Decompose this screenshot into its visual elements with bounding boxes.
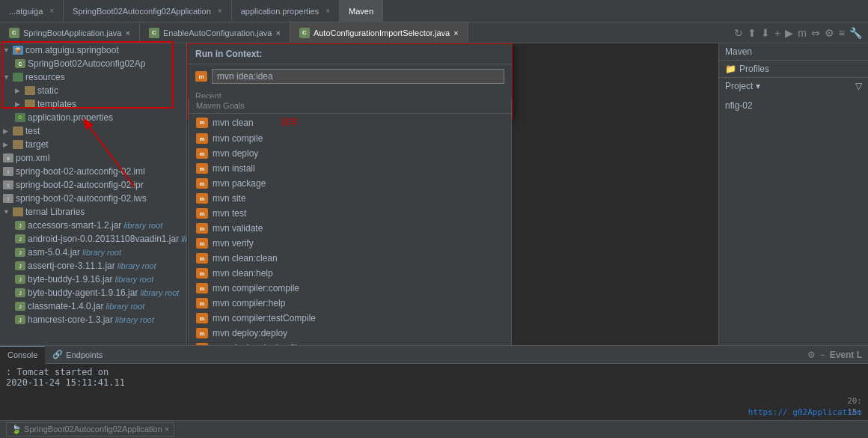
sidebar-item-byte-buddy[interactable]: J byte-buddy-1.9.16.jar library root [0,273,186,286]
goal-item-deploy-deploy[interactable]: m mvn deploy:deploy [189,326,511,341]
goal-item-compile[interactable]: m mvn compile [189,131,511,146]
goal-item-clean[interactable]: m mvn clean 回车 [189,114,511,131]
sidebar-item-asm[interactable]: J asm-5.0.4.jar library root [0,246,186,259]
console-url: https:// g02Application [748,407,868,417]
tab-enable-auto[interactable]: C EnableAutoConfiguration.java × [140,22,290,43]
settings-icon[interactable]: ⚙ [807,350,816,360]
sidebar-item-iws[interactable]: i spring-boot-02-autoconfig-02.iws [0,192,186,205]
add-icon[interactable]: + [774,27,780,39]
library-label: library root [114,275,153,284]
goal-item-site[interactable]: m mvn site [189,191,511,206]
sidebar-item-application-props[interactable]: ✿ application.properties [0,111,186,124]
sidebar-item-label: pom.xml [16,153,49,163]
settings-icon[interactable]: ⚙ [825,27,834,39]
close-icon[interactable]: × [275,28,280,37]
goal-item-deploy[interactable]: m mvn deploy [189,146,511,161]
chevron-right-icon: ▶ [15,100,22,108]
refresh-icon[interactable]: ↻ [734,27,743,39]
library-label: library root [106,302,144,311]
close-icon[interactable]: × [218,7,222,15]
minus-icon[interactable]: − [820,350,825,360]
download-icon[interactable]: ⬇ [761,27,770,39]
sidebar-item-android-json[interactable]: J android-json-0.0.20131108vaadin1.jar l… [0,232,186,246]
sidebar-item-target[interactable]: ▶ target [0,138,186,151]
goal-item-compiler-help[interactable]: m mvn compiler:help [189,296,511,311]
content-area: Run in Context: m Recent m mvn idea:idea… [187,43,718,345]
timestamp-1: 20: [847,396,862,406]
goal-item-deploy-file[interactable]: m mvn deploy:deploy-file [189,341,511,345]
goal-item-clean-help[interactable]: m mvn clean:help [189,266,511,281]
sidebar-item-resources[interactable]: ▼ resources [0,70,186,84]
sidebar-item-springboot-class[interactable]: C SpringBoot02Autoconfig02Ap [0,57,186,70]
tab-endpoints[interactable]: 🔗 Endpoints [45,346,110,364]
goal-item-compiler-testcompile[interactable]: m mvn compiler:testCompile [189,311,511,326]
sidebar-item-static[interactable]: ▶ static [0,84,186,97]
maven-icon: m [196,208,208,219]
maven-icon: m [196,193,208,204]
sidebar-item-hamcrest[interactable]: J hamcrest-core-1.3.jar library root [0,313,186,326]
tab-endpoints-label: Endpoints [66,350,103,359]
goal-item-install[interactable]: m mvn install [189,161,511,176]
sidebar-item-classmate[interactable]: J classmate-1.4.0.jar library root [0,299,186,313]
tab-atguiga[interactable]: ...atguiga × [0,0,64,22]
console-tabs: Console 🔗 Endpoints ⚙ − Event L [0,346,868,364]
sidebar-item-assertj[interactable]: J assertj-core-3.11.1.jar library root [0,259,186,273]
sidebar-item-ipr[interactable]: i spring-boot-02-autoconfig-02.ipr [0,178,186,192]
goal-label: mvn deploy:deploy [213,328,287,338]
jar-icon: J [15,288,25,297]
run-icon[interactable]: ▶ [785,27,793,39]
goal-item-clean-clean[interactable]: m mvn clean:clean [189,251,511,266]
sidebar-item-package[interactable]: ▼ 📦 com.atguigu.springboot [0,43,186,57]
maven-m-icon[interactable]: m [798,27,807,39]
sidebar-item-templates[interactable]: ▶ templates [0,97,186,111]
library-label: libr [181,234,187,243]
upload-icon[interactable]: ⬆ [748,27,757,39]
sidebar-item-test[interactable]: ▶ test [0,124,186,138]
close-icon[interactable]: × [49,7,54,15]
close-icon[interactable]: × [326,7,330,15]
goal-label: mvn test [213,208,246,219]
run-context-input[interactable] [212,69,504,84]
maven-icon: m [196,283,208,293]
console-toolbar: ⚙ − Event L [807,350,868,360]
goal-item-test[interactable]: m mvn test [189,206,511,221]
sidebar-item-label: ternal Libraries [25,207,85,217]
project-dropdown-icon[interactable]: ▾ [756,81,760,91]
right-panel-header: Maven [719,43,868,61]
close-icon[interactable]: × [165,425,169,434]
tab-auto-config-selector[interactable]: C AutoConfigurationImportSelector.java × [290,22,468,43]
java-file-icon: C [149,28,159,38]
goal-label: mvn compiler:testCompile [213,313,316,323]
tab-springboot-application[interactable]: C SpringBootApplication.java × [0,22,140,43]
project-selector[interactable]: Project ▾ ▽ [719,78,868,94]
close-icon[interactable]: × [125,28,129,37]
goal-item-compiler-compile[interactable]: m mvn compiler:compile [189,281,511,296]
sidebar-item-iml[interactable]: i spring-boot-02-autoconfig-02.iml [0,165,186,178]
goal-label: mvn clean [213,118,254,128]
goal-label: mvn compiler:help [213,298,285,308]
tab-springboot[interactable]: SpringBoot02Autoconfig02Application × [64,0,232,22]
goal-item-validate[interactable]: m mvn validate [189,221,511,236]
sidebar-item-accessors[interactable]: J accessors-smart-1.2.jar library root [0,219,186,232]
wrench-icon[interactable]: 🔧 [849,27,862,39]
tab-auto-config-selector-label: AutoConfigurationImportSelector.java [314,28,450,37]
sidebar-item-label: spring-boot-02-autoconfig-02.iml [16,166,145,177]
sidebar-item-byte-buddy-agent[interactable]: J byte-buddy-agent-1.9.16.jar library ro… [0,286,186,299]
tab-maven[interactable]: Maven [340,0,383,22]
ipr-file-icon: i [3,180,13,189]
tab-application-props[interactable]: application.properties × [232,0,340,22]
maven-icon: m [196,343,208,345]
iml-file-icon: i [3,167,13,176]
sidebar-item-pom[interactable]: x pom.xml [0,151,186,165]
top-tabs-bar: ...atguiga × SpringBoot02Autoconfig02App… [0,0,868,22]
filter-icon[interactable]: ≡ [839,27,845,39]
goal-item-package[interactable]: m mvn package [189,176,511,191]
sidebar-item-external-libs[interactable]: ▼ ternal Libraries [0,205,186,219]
diff-icon[interactable]: ⇔ [811,27,820,39]
tab-console[interactable]: Console [0,346,45,364]
springboot-app-tab[interactable]: 🍃 SpringBoot02Autoconfig02Application × [6,422,174,437]
goal-item-verify[interactable]: m mvn verify [189,236,511,251]
close-icon[interactable]: × [453,28,458,37]
goal-label: mvn clean:clean [213,253,278,264]
filter-icon[interactable]: ▽ [855,81,862,91]
